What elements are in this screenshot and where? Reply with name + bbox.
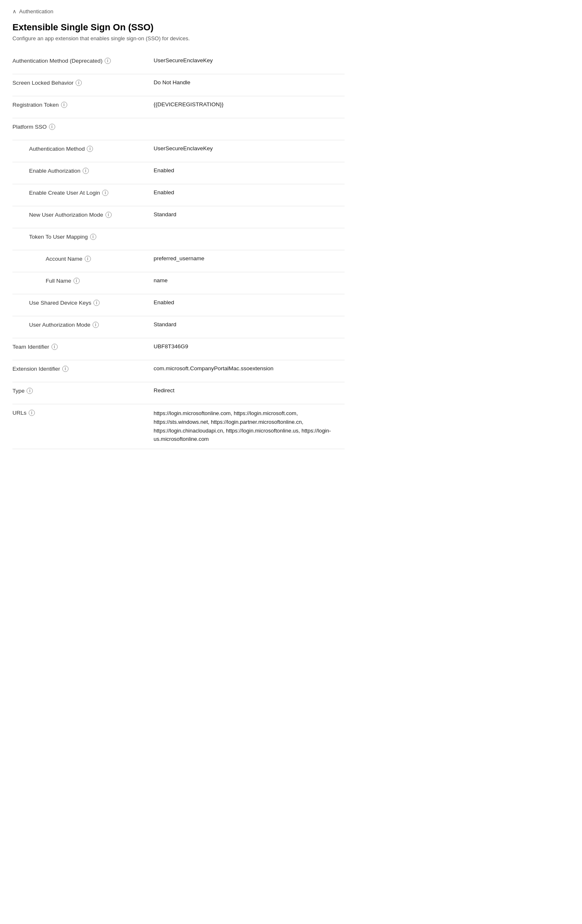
field-label-text-shared-device-keys: Use Shared Device Keys [29,300,91,306]
field-label-text-user-auth-mode: User Authorization Mode [29,322,90,328]
field-row-registration-token: Registration Tokeni{{DEVICEREGISTRATION}… [12,97,345,117]
field-label-account-name: Account Namei [12,255,154,262]
field-row-shared-device-keys: Use Shared Device KeysiEnabled [12,295,345,315]
field-row-enable-create-user: Enable Create User At LoginiEnabled [12,185,345,205]
info-icon-screen-locked-behavior[interactable]: i [76,80,82,86]
breadcrumb-chevron: ∧ [12,8,17,15]
field-row-auth-method-deprecated: Authentication Method (Deprecated)iUserS… [12,53,345,73]
field-row-screen-locked-behavior: Screen Locked BehavioriDo Not Handle [12,75,345,95]
field-row-auth-method: Authentication MethodiUserSecureEnclaveK… [12,141,345,161]
info-icon-urls[interactable]: i [29,410,35,416]
field-value-user-auth-mode: Standard [154,321,345,328]
info-icon-enable-authorization[interactable]: i [83,168,89,174]
field-row-platform-sso: Platform SSOi [12,119,345,139]
field-value-enable-authorization: Enabled [154,167,345,174]
field-value-urls: https://login.microsoftonline.com, https… [154,409,345,444]
info-icon-user-auth-mode[interactable]: i [93,322,99,328]
breadcrumb: ∧ Authentication [12,8,345,15]
field-label-shared-device-keys: Use Shared Device Keysi [12,299,154,306]
field-label-text-team-identifier: Team Identifier [12,344,49,350]
field-label-text-auth-method-deprecated: Authentication Method (Deprecated) [12,58,103,64]
field-label-text-platform-sso: Platform SSO [12,124,47,130]
field-row-type: TypeiRedirect [12,383,345,403]
info-icon-new-user-auth-mode[interactable]: i [105,212,112,218]
field-value-account-name: preferred_username [154,255,345,262]
field-label-team-identifier: Team Identifieri [12,343,154,350]
field-row-account-name: Account Nameipreferred_username [12,251,345,271]
field-label-text-account-name: Account Name [46,256,83,262]
field-label-user-auth-mode: User Authorization Modei [12,321,154,328]
field-label-text-registration-token: Registration Token [12,102,59,108]
field-row-team-identifier: Team IdentifieriUBF8T346G9 [12,339,345,359]
field-row-urls: URLsihttps://login.microsoftonline.com, … [12,405,345,448]
field-label-registration-token: Registration Tokeni [12,101,154,108]
info-icon-auth-method-deprecated[interactable]: i [105,58,111,64]
field-label-auth-method: Authentication Methodi [12,145,154,152]
field-label-screen-locked-behavior: Screen Locked Behaviori [12,79,154,86]
field-label-full-name: Full Namei [12,277,154,284]
field-value-new-user-auth-mode: Standard [154,211,345,218]
field-value-extension-identifier: com.microsoft.CompanyPortalMac.ssoextens… [154,365,345,372]
field-label-enable-create-user: Enable Create User At Logini [12,189,154,196]
field-row-full-name: Full Nameiname [12,273,345,293]
page-subtitle: Configure an app extension that enables … [12,35,345,42]
info-icon-registration-token[interactable]: i [61,102,67,108]
info-icon-token-user-mapping[interactable]: i [90,234,96,240]
field-row-enable-authorization: Enable AuthorizationiEnabled [12,163,345,183]
field-label-new-user-auth-mode: New User Authorization Modei [12,211,154,218]
info-icon-auth-method[interactable]: i [87,146,93,152]
field-label-text-screen-locked-behavior: Screen Locked Behavior [12,80,73,86]
field-value-registration-token: {{DEVICEREGISTRATION}} [154,101,345,108]
field-label-text-extension-identifier: Extension Identifier [12,366,60,372]
field-value-full-name: name [154,277,345,284]
field-label-token-user-mapping: Token To User Mappingi [12,233,154,240]
field-row-extension-identifier: Extension Identifiericom.microsoft.Compa… [12,361,345,381]
field-value-screen-locked-behavior: Do Not Handle [154,79,345,86]
field-label-enable-authorization: Enable Authorizationi [12,167,154,174]
field-label-extension-identifier: Extension Identifieri [12,365,154,372]
field-row-token-user-mapping: Token To User Mappingi [12,229,345,249]
field-label-text-type: Type [12,388,24,394]
field-label-platform-sso: Platform SSOi [12,123,154,130]
field-value-shared-device-keys: Enabled [154,299,345,306]
info-icon-platform-sso[interactable]: i [49,124,55,130]
field-value-enable-create-user: Enabled [154,189,345,196]
info-icon-shared-device-keys[interactable]: i [93,300,100,306]
info-icon-type[interactable]: i [27,388,33,394]
field-label-text-full-name: Full Name [46,278,71,284]
field-value-team-identifier: UBF8T346G9 [154,343,345,350]
field-label-text-enable-create-user: Enable Create User At Login [29,190,100,196]
page-title: Extensible Single Sign On (SSO) [12,22,345,33]
info-icon-enable-create-user[interactable]: i [102,190,108,196]
field-label-text-enable-authorization: Enable Authorization [29,168,81,174]
field-label-text-token-user-mapping: Token To User Mapping [29,234,88,240]
field-label-text-new-user-auth-mode: New User Authorization Mode [29,212,103,218]
info-icon-team-identifier[interactable]: i [51,344,58,350]
field-label-text-auth-method: Authentication Method [29,146,85,152]
fields-container: Authentication Method (Deprecated)iUserS… [12,53,345,449]
info-icon-full-name[interactable]: i [73,278,80,284]
field-value-auth-method-deprecated: UserSecureEnclaveKey [154,57,345,64]
field-label-auth-method-deprecated: Authentication Method (Deprecated)i [12,57,154,64]
info-icon-extension-identifier[interactable]: i [62,366,68,372]
field-row-new-user-auth-mode: New User Authorization ModeiStandard [12,207,345,227]
field-value-auth-method: UserSecureEnclaveKey [154,145,345,152]
field-label-urls: URLsi [12,409,154,416]
field-value-type: Redirect [154,387,345,394]
field-label-type: Typei [12,387,154,394]
breadcrumb-label: Authentication [19,8,53,15]
info-icon-account-name[interactable]: i [85,256,91,262]
field-row-user-auth-mode: User Authorization ModeiStandard [12,317,345,337]
field-label-text-urls: URLs [12,410,27,416]
